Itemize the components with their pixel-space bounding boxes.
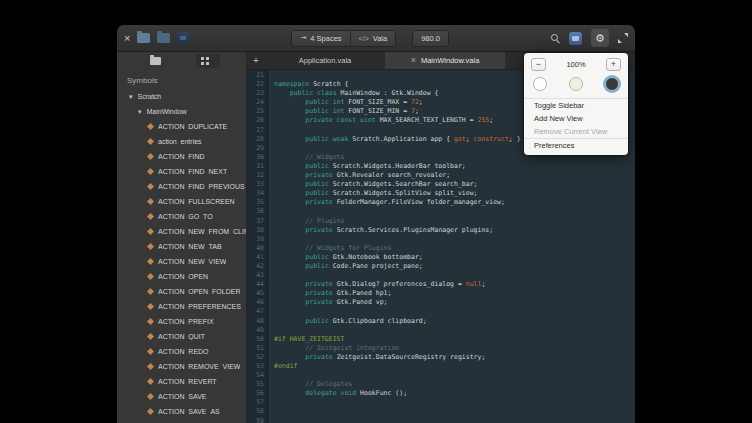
zoom-out-button[interactable]: − <box>531 58 546 71</box>
tree-item-label: ACTION_REDO <box>158 348 209 355</box>
code-line: // Plugins <box>274 217 635 226</box>
line-number: 49 <box>247 326 264 335</box>
line-number: 58 <box>247 407 264 416</box>
tree-item-label: ACTION_QUIT <box>158 333 205 340</box>
chevron-down-icon: ▾ <box>138 108 142 115</box>
tree-item-action_save_as[interactable]: ACTION_SAVE_AS <box>117 404 246 419</box>
open-file-icon[interactable] <box>137 33 150 43</box>
color-scheme-light[interactable] <box>533 77 547 91</box>
menu-item-add-new-view[interactable]: Add New View <box>524 112 628 125</box>
tree-item-label: ACTION_PREFIX <box>158 318 214 325</box>
code-line: // Delegates <box>274 380 635 389</box>
menu-item-preferences[interactable]: Preferences <box>524 139 628 152</box>
symbols-view-button[interactable] <box>196 54 220 68</box>
symbol-diamond-icon <box>147 228 154 235</box>
tree-group-scratch[interactable]: ▾Scratch <box>117 89 246 104</box>
symbol-diamond-icon <box>147 198 154 205</box>
symbol-diamond-icon <box>147 408 154 415</box>
header-center-group: ⇥ 4 Spaces </> Vala 980.0 <box>291 30 449 47</box>
line-number: 33 <box>247 180 264 189</box>
tree-item-action_save[interactable]: ACTION_SAVE <box>117 389 246 404</box>
line-number: 37 <box>247 217 264 226</box>
tree-item-label: ACTION_GO_TO <box>158 213 213 220</box>
symbol-diamond-icon <box>147 153 154 160</box>
screenshot-stage: × ⇥ 4 Spaces </> Vala 980.0 <box>0 0 752 423</box>
tree-item-action_entries[interactable]: action_entries <box>117 134 246 149</box>
color-scheme-dark[interactable] <box>605 77 619 91</box>
tree-item-label: ACTION_SAVE <box>158 393 207 400</box>
tree-item-label: ACTION_REMOVE_VIEW <box>158 363 240 370</box>
fullscreen-icon[interactable] <box>618 33 628 43</box>
code-line <box>274 326 635 335</box>
tree-item-action_duplicate[interactable]: ACTION_DUPLICATE <box>117 119 246 134</box>
tree-item-action_find_next[interactable]: ACTION_FIND_NEXT <box>117 164 246 179</box>
tree-item-action_preferences[interactable]: ACTION_PREFERENCES <box>117 299 246 314</box>
code-line <box>274 398 635 407</box>
tree-item-action_find[interactable]: ACTION_FIND <box>117 149 246 164</box>
window-close-icon[interactable]: × <box>124 33 130 44</box>
code-line: public Gtk.Clipboard clipboard; <box>274 317 635 326</box>
line-number: 52 <box>247 353 264 362</box>
tree-item-action_remove_view[interactable]: ACTION_REMOVE_VIEW <box>117 359 246 374</box>
zoom-controls: − 100% + <box>524 53 628 74</box>
code-line <box>274 417 635 423</box>
tree-item-action_go_to[interactable]: ACTION_GO_TO <box>117 209 246 224</box>
line-number: 56 <box>247 389 264 398</box>
tree-item-action_redo[interactable]: ACTION_REDO <box>117 344 246 359</box>
tree-group-mainwindow[interactable]: ▾MainWindow <box>117 104 246 119</box>
header-bar: × ⇥ 4 Spaces </> Vala 980.0 <box>117 25 635 52</box>
line-number: 46 <box>247 298 264 307</box>
tab-label: MainWindow.vala <box>421 56 479 65</box>
tree-item-action_new_from_clipboard[interactable]: ACTION_NEW_FROM_CLIPBOARD <box>117 224 246 239</box>
code-line: #endif <box>274 362 635 371</box>
project-view-button[interactable] <box>144 54 168 68</box>
tree-item-label: ACTION_FIND_NEXT <box>158 168 227 175</box>
search-icon[interactable] <box>551 34 560 43</box>
tab-application.vala[interactable]: Application.vala <box>265 52 385 69</box>
settings-menu-button[interactable]: ⚙ <box>591 29 609 47</box>
tree-item-label: ACTION_FIND_PREVIOUS <box>158 183 245 190</box>
tree-item-action_revert[interactable]: ACTION_REVERT <box>117 374 246 389</box>
line-number: 51 <box>247 344 264 353</box>
metric-button[interactable]: 980.0 <box>412 30 449 47</box>
templates-icon[interactable] <box>177 32 189 44</box>
tab-label: Application.vala <box>299 56 352 65</box>
tree-item-label: ACTION_NEW_TAB <box>158 243 222 250</box>
symbol-diamond-icon <box>147 393 154 400</box>
tree-item-label: ACTION_OPEN <box>158 273 208 280</box>
tree-item-action_quit[interactable]: ACTION_QUIT <box>117 329 246 344</box>
code-line: private Gtk.Paned hp1; <box>274 289 635 298</box>
tree-item-label: ACTION_REVERT <box>158 378 217 385</box>
tree-item-action_open_folder[interactable]: ACTION_OPEN_FOLDER <box>117 284 246 299</box>
symbols-title: Symbols <box>117 69 246 89</box>
zoom-in-button[interactable]: + <box>606 58 621 71</box>
share-icon[interactable] <box>569 32 582 45</box>
tree-item-action_find_previous[interactable]: ACTION_FIND_PREVIOUS <box>117 179 246 194</box>
language-label: Vala <box>373 34 387 43</box>
line-number: 25 <box>247 107 264 116</box>
code-line: private Scratch.Services.PluginsManager … <box>274 226 635 235</box>
language-button[interactable]: </> Vala <box>350 31 396 46</box>
line-number: 38 <box>247 226 264 235</box>
symbol-diamond-icon <box>147 213 154 220</box>
code-line: private Gtk.Paned vp; <box>274 298 635 307</box>
tab-close-icon[interactable]: × <box>411 56 416 65</box>
tree-item-action_new_tab[interactable]: ACTION_NEW_TAB <box>117 239 246 254</box>
open-folder-icon[interactable] <box>157 33 170 43</box>
new-tab-button[interactable]: + <box>247 52 265 69</box>
line-number: 32 <box>247 171 264 180</box>
tab-mainwindow.vala[interactable]: ×MainWindow.vala <box>385 52 505 69</box>
line-number: 42 <box>247 262 264 271</box>
tree-item-action_prefix[interactable]: ACTION_PREFIX <box>117 314 246 329</box>
zoom-level-label: 100% <box>566 60 585 69</box>
metric-label: 980.0 <box>421 34 440 43</box>
tree-item-action_fullscreen[interactable]: ACTION_FULLSCREEN <box>117 194 246 209</box>
tree-item-action_new_view[interactable]: ACTION_NEW_VIEW <box>117 254 246 269</box>
tree-item-action_open[interactable]: ACTION_OPEN <box>117 269 246 284</box>
color-scheme-solarized-light[interactable] <box>569 77 583 91</box>
line-number: 41 <box>247 253 264 262</box>
tree-item-label: Scratch <box>138 93 162 100</box>
tab-width-button[interactable]: ⇥ 4 Spaces <box>292 31 349 46</box>
menu-item-toggle-sidebar[interactable]: Toggle Sidebar <box>524 99 628 112</box>
tree-item-label: action_entries <box>158 138 202 145</box>
